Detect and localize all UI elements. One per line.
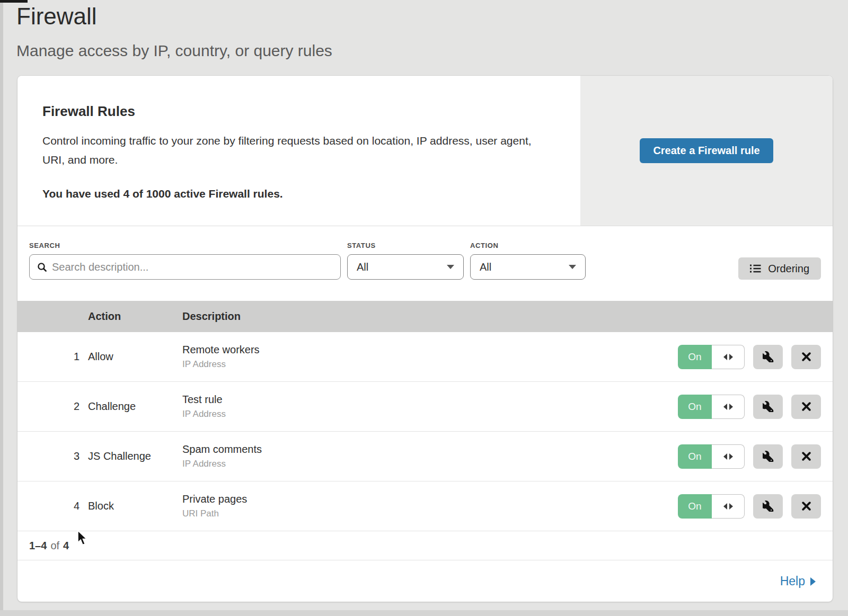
toggle-on-label: On [678, 444, 712, 469]
mouse-cursor [77, 530, 89, 549]
edit-rule-button[interactable] [753, 345, 783, 369]
chevron-down-icon [447, 265, 454, 269]
action-select[interactable]: All [470, 254, 586, 280]
rule-priority: 3 [17, 450, 88, 462]
arrow-right-icon [810, 577, 816, 586]
rule-description: Test rule [182, 394, 678, 406]
help-link-label: Help [780, 574, 805, 588]
rule-description: Spam comments [182, 443, 678, 456]
search-field[interactable] [29, 254, 341, 280]
section-heading: Firewall Rules [42, 103, 577, 120]
screen-edge-left [0, 0, 3, 616]
table-row: 2 Challenge Test rule IP Address On [17, 382, 833, 432]
filter-bar: SEARCH STATUS All ACTION All [17, 226, 833, 301]
rule-description: Remote workers [182, 344, 678, 356]
rule-enabled-toggle[interactable]: On [678, 494, 745, 519]
action-select-value: All [480, 261, 491, 273]
status-select-value: All [357, 261, 368, 273]
list-icon [750, 264, 762, 273]
wrench-icon [763, 401, 774, 412]
close-icon [801, 351, 812, 362]
screen-edge-bottom [0, 610, 848, 616]
toggle-arrows-icon [712, 494, 745, 519]
delete-rule-button[interactable] [791, 444, 821, 469]
rule-field: IP Address [182, 409, 678, 419]
delete-rule-button[interactable] [791, 494, 821, 519]
wrench-icon [763, 351, 774, 362]
section-description: Control incoming traffic to your zone by… [42, 131, 543, 169]
close-icon [801, 401, 812, 412]
rule-priority: 1 [17, 351, 88, 363]
rule-description: Private pages [182, 493, 678, 505]
card-footer: Help [17, 560, 833, 602]
rule-priority: 2 [17, 400, 88, 413]
rule-field: IP Address [182, 359, 678, 370]
create-firewall-rule-button[interactable]: Create a Firewall rule [640, 138, 773, 163]
rule-action: Allow [88, 351, 182, 363]
status-label: STATUS [347, 242, 464, 249]
search-label: SEARCH [29, 242, 341, 249]
wrench-icon [763, 501, 774, 512]
page-title: Firewall [16, 3, 97, 30]
status-select[interactable]: All [347, 254, 464, 280]
pagination-range: 1–4 [29, 540, 47, 552]
edit-rule-button[interactable] [753, 395, 783, 419]
help-link[interactable]: Help [780, 574, 816, 588]
toggle-on-label: On [678, 345, 712, 369]
close-icon [801, 501, 812, 512]
close-icon [801, 451, 812, 462]
rule-priority: 4 [17, 500, 88, 512]
table-row: 1 Allow Remote workers IP Address On [17, 332, 833, 382]
firewall-rules-card: Firewall Rules Control incoming traffic … [17, 76, 833, 602]
table-row: 3 JS Challenge Spam comments IP Address … [17, 432, 833, 481]
rule-enabled-toggle[interactable]: On [678, 444, 745, 469]
toggle-on-label: On [678, 494, 712, 519]
pagination: 1–4 of 4 [17, 531, 833, 560]
search-input[interactable] [52, 261, 333, 273]
action-label: ACTION [470, 242, 586, 249]
rule-enabled-toggle[interactable]: On [678, 395, 745, 419]
ordering-button-label: Ordering [768, 263, 809, 275]
toggle-on-label: On [678, 395, 712, 419]
toggle-arrows-icon [712, 395, 745, 419]
description-column-header: Description [182, 310, 833, 323]
table-row: 4 Block Private pages URI Path On [17, 481, 833, 531]
rule-field: URI Path [182, 508, 678, 519]
wrench-icon [763, 451, 774, 462]
delete-rule-button[interactable] [791, 395, 821, 419]
rule-action: Block [88, 500, 182, 512]
usage-summary: You have used 4 of 1000 active Firewall … [42, 188, 577, 200]
screen-edge-top [0, 0, 28, 3]
rule-field: IP Address [182, 459, 678, 469]
firewall-rules-info-section: Firewall Rules Control incoming traffic … [17, 76, 833, 226]
delete-rule-button[interactable] [791, 345, 821, 369]
chevron-down-icon [569, 265, 576, 269]
action-column-header: Action [88, 310, 182, 323]
table-header: Action Description [17, 301, 833, 332]
rule-enabled-toggle[interactable]: On [678, 345, 745, 369]
rule-action: Challenge [88, 400, 182, 413]
rule-action: JS Challenge [88, 450, 182, 462]
pagination-total: 4 [63, 540, 69, 552]
toggle-arrows-icon [712, 444, 745, 469]
edit-rule-button[interactable] [753, 444, 783, 469]
page-subtitle: Manage access by IP, country, or query r… [16, 42, 332, 60]
edit-rule-button[interactable] [753, 494, 783, 519]
search-icon [37, 262, 47, 272]
toggle-arrows-icon [712, 345, 745, 369]
pagination-of: of [50, 540, 59, 552]
create-rule-panel: Create a Firewall rule [580, 76, 833, 226]
ordering-button[interactable]: Ordering [738, 257, 821, 280]
